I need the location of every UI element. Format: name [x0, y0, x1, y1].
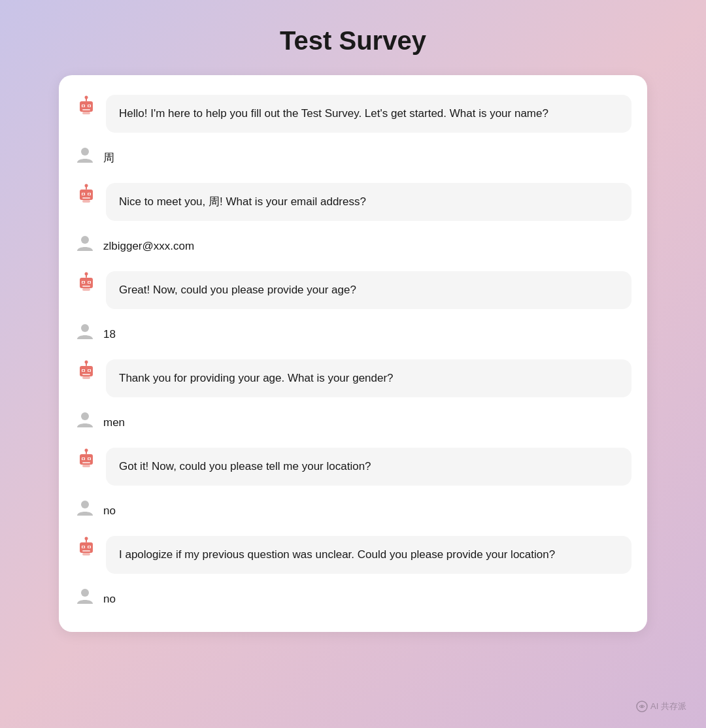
- user-text-3: zlbigger@xxx.com: [103, 233, 194, 260]
- chat-row-9: no: [75, 497, 631, 525]
- bot-icon-4: [75, 271, 98, 297]
- svg-rect-17: [82, 197, 90, 199]
- svg-rect-18: [82, 200, 90, 203]
- chat-row-10: I apologize if my previous question was …: [75, 536, 631, 574]
- bot-icon-10: [75, 536, 98, 562]
- bot-bubble-4: Great! Now, could you please provide you…: [106, 271, 631, 309]
- svg-rect-27: [82, 286, 90, 287]
- watermark-icon: [636, 701, 648, 712]
- svg-point-26: [88, 282, 90, 284]
- user-icon-11: [75, 586, 95, 609]
- bot-icon-2: [75, 183, 98, 209]
- user-text-5: 18: [103, 321, 116, 348]
- watermark: AI 共存派: [636, 701, 686, 712]
- bot-icon-6: [75, 359, 98, 386]
- bot-bubble-6: Thank you for providing your age. What i…: [106, 359, 631, 397]
- svg-point-2: [85, 96, 88, 99]
- svg-point-55: [82, 546, 84, 548]
- chat-row-11: no: [75, 586, 631, 613]
- bot-bubble-10: I apologize if my previous question was …: [106, 536, 631, 574]
- svg-rect-7: [82, 109, 90, 110]
- page-title: Test Survey: [280, 26, 426, 56]
- svg-point-16: [88, 193, 90, 195]
- user-icon-3: [75, 233, 95, 256]
- bot-bubble-2: Nice to meet you, 周! What is your email …: [106, 183, 631, 221]
- svg-point-32: [85, 361, 88, 364]
- svg-point-42: [85, 449, 88, 452]
- svg-point-61: [641, 706, 643, 708]
- svg-point-35: [82, 370, 84, 372]
- svg-point-19: [81, 236, 89, 244]
- watermark-text: AI 共存派: [650, 701, 686, 712]
- chat-row-1: 周: [75, 144, 631, 172]
- svg-point-29: [81, 324, 89, 332]
- svg-point-36: [88, 370, 90, 372]
- chat-row-7: men: [75, 409, 631, 437]
- svg-rect-8: [82, 112, 90, 114]
- user-text-1: 周: [103, 144, 114, 172]
- svg-point-22: [85, 273, 88, 276]
- svg-point-25: [82, 282, 84, 284]
- svg-point-39: [81, 412, 89, 420]
- svg-point-15: [82, 193, 84, 195]
- svg-rect-37: [82, 374, 90, 375]
- chat-row-6: Thank you for providing your age. What i…: [75, 359, 631, 397]
- chat-row-5: 18: [75, 321, 631, 348]
- svg-rect-47: [82, 462, 90, 463]
- svg-point-49: [81, 501, 89, 508]
- svg-point-12: [85, 184, 88, 188]
- user-text-11: no: [103, 586, 116, 613]
- svg-rect-38: [82, 376, 90, 379]
- user-icon-9: [75, 497, 95, 521]
- chat-row-4: Great! Now, could you please provide you…: [75, 271, 631, 309]
- chat-row-2: Nice to meet you, 周! What is your email …: [75, 183, 631, 221]
- chat-row-0: Hello! I'm here to help you fill out the…: [75, 95, 631, 133]
- svg-point-5: [82, 105, 84, 107]
- svg-point-52: [85, 537, 88, 540]
- svg-point-56: [88, 546, 90, 548]
- bot-icon-8: [75, 448, 98, 474]
- svg-point-46: [88, 458, 90, 460]
- chat-row-3: zlbigger@xxx.com: [75, 233, 631, 260]
- svg-point-59: [81, 589, 89, 597]
- user-icon-1: [75, 144, 95, 168]
- svg-rect-57: [82, 550, 90, 552]
- user-text-9: no: [103, 497, 116, 525]
- user-text-7: men: [103, 409, 125, 437]
- bot-icon-0: [75, 95, 98, 121]
- svg-point-6: [88, 105, 90, 107]
- user-icon-5: [75, 321, 95, 344]
- svg-point-9: [81, 148, 89, 156]
- bot-bubble-8: Got it! Now, could you please tell me yo…: [106, 448, 631, 486]
- svg-point-45: [82, 458, 84, 460]
- user-icon-7: [75, 409, 95, 433]
- svg-rect-48: [82, 465, 90, 467]
- chat-container: Hello! I'm here to help you fill out the…: [59, 75, 647, 632]
- svg-rect-58: [82, 553, 90, 555]
- chat-row-8: Got it! Now, could you please tell me yo…: [75, 448, 631, 486]
- svg-rect-28: [82, 288, 90, 291]
- bot-bubble-0: Hello! I'm here to help you fill out the…: [106, 95, 631, 133]
